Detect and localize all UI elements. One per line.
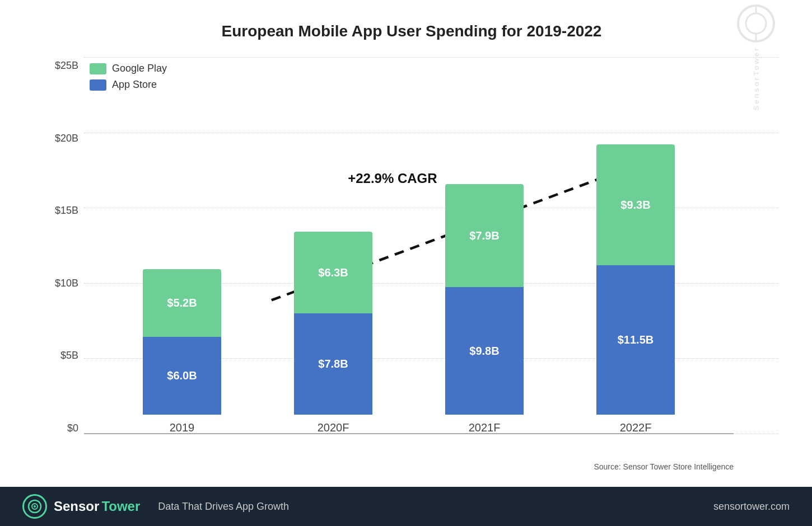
y-label-5: $5B [45,350,84,361]
footer-logo: Sensor Tower Data That Drives App Growth [22,494,289,519]
y-label-15: $15B [45,205,84,217]
x-label-2019: 2019 [170,421,195,434]
chart-container: European Mobile App User Spending for 20… [0,0,812,487]
bar-stack-2021f: $7.9B $9.8B [445,184,524,415]
bar-apple-label-2019: $6.0B [167,369,197,382]
plot-area: Google Play App Store +22.9% CAGR [84,57,778,462]
bar-apple-2020f: $7.8B [294,313,372,415]
bar-google-label-2019: $5.2B [167,297,197,309]
y-label-25: $25B [45,60,84,72]
bars-row: $5.2B $6.0B 2019 [84,57,734,434]
footer-brand-sensor: Sensor [54,499,99,514]
footer-url: sensortower.com [713,501,790,513]
x-label-2021f: 2021F [469,421,501,434]
bar-google-2021f: $7.9B [445,184,524,287]
chart-title: European Mobile App User Spending for 20… [45,22,778,40]
bar-apple-2022f: $11.5B [596,265,675,415]
y-label-10: $10B [45,278,84,289]
footer: Sensor Tower Data That Drives App Growth… [0,487,812,526]
bar-stack-2020f: $6.3B $7.8B [294,232,372,415]
bar-apple-2019: $6.0B [143,337,221,415]
bar-group-2019: $5.2B $6.0B 2019 [137,269,227,434]
y-axis: $0 $5B $10B $15B $20B $25B [45,57,84,462]
bar-group-2022f: $9.3B $11.5B 2022F [591,144,680,434]
svg-point-3 [746,13,766,34]
bar-google-label-2020f: $6.3B [318,266,348,279]
bar-apple-label-2022f: $11.5B [618,334,654,346]
svg-point-8 [34,505,36,508]
bar-stack-2022f: $9.3B $11.5B [596,144,675,415]
bar-apple-label-2020f: $7.8B [318,358,348,370]
footer-brand-tower: Tower [101,499,140,514]
x-label-2020f: 2020F [318,421,349,434]
chart-area: $0 $5B $10B $15B $20B $25B [45,57,778,462]
footer-tagline: Data That Drives App Growth [158,501,289,513]
bar-google-2022f: $9.3B [596,144,675,265]
bar-google-2019: $5.2B [143,269,221,337]
bar-google-2020f: $6.3B [294,232,372,313]
x-label-2022f: 2022F [620,421,652,434]
bar-google-label-2021f: $7.9B [469,229,499,242]
footer-brand: Sensor Tower [54,499,140,514]
bar-apple-2021f: $9.8B [445,287,524,415]
watermark: SensorTower [734,0,778,246]
y-label-0: $0 [45,422,84,434]
watermark-text: SensorTower [752,46,760,110]
bar-group-2020f: $6.3B $7.8B 2020F [288,232,378,434]
bar-stack-2019: $5.2B $6.0B [143,269,221,415]
source-text: Source: Sensor Tower Store Intelligence [45,462,778,476]
grid-and-bars: Google Play App Store +22.9% CAGR [84,57,778,462]
watermark-icon [736,4,776,43]
footer-logo-svg [27,499,42,514]
y-label-20: $20B [45,133,84,144]
bar-google-label-2022f: $9.3B [620,199,650,212]
footer-logo-icon [22,494,47,519]
bar-group-2021f: $7.9B $9.8B 2021F [440,184,529,434]
bar-apple-label-2021f: $9.8B [469,345,499,358]
